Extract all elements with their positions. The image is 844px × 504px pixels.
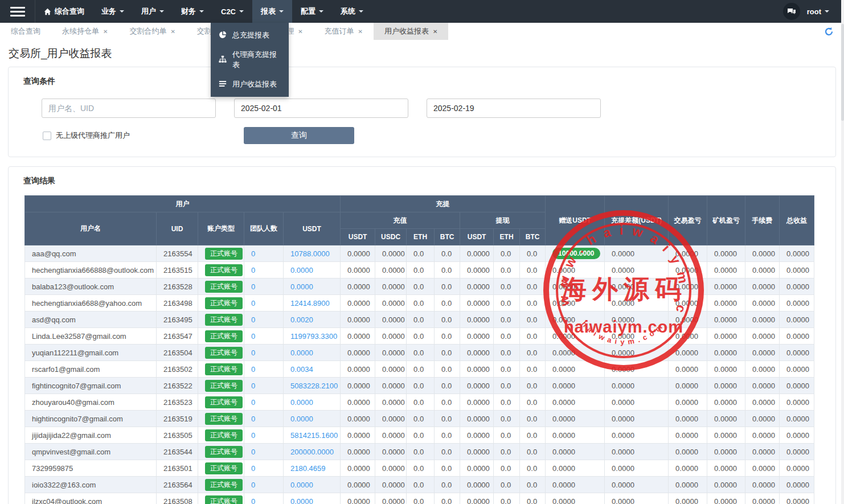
nav-item-dashboard[interactable]: 综合查询 [35, 0, 93, 23]
cell-username: aaa@qq.com [25, 245, 157, 262]
search-button[interactable]: 查询 [244, 127, 354, 144]
nav-menu: 综合查询业务用户财务C2C报表配置系统 [35, 0, 372, 23]
cell-gift-usdt: 0.0000 [546, 394, 605, 411]
cell-usdt-link[interactable]: 0.0000 [290, 349, 313, 357]
cell-usdt: 5083228.2100 [284, 378, 341, 394]
nav-item-reports[interactable]: 报表 [252, 0, 292, 23]
cell-miner-pnl: 0.0000 [707, 378, 745, 394]
cell-team-count-link[interactable]: 0 [251, 332, 255, 341]
cell-account-type: 正式账号 [198, 361, 244, 378]
cell-team-count-link[interactable]: 0 [251, 497, 255, 504]
user-menu[interactable]: root [807, 7, 829, 16]
tab-close-icon[interactable]: ✕ [358, 28, 363, 35]
date-to-input[interactable] [427, 99, 601, 118]
cell-trade-pnl: 0.0000 [669, 328, 707, 345]
chevron-down-icon [319, 10, 323, 15]
cell-gift-usdt: 0.0000 [546, 278, 605, 295]
cell-dep-btc: 0.0 [435, 477, 460, 493]
cell-usdt-link[interactable]: 10788.0000 [290, 249, 330, 258]
cell-gift-usdt: 0.0000 [546, 411, 605, 427]
cell-usdt-link[interactable]: 0.0000 [290, 398, 313, 407]
cell-team-count-link[interactable]: 0 [251, 249, 255, 258]
cell-wd-btc: 0.0 [520, 278, 546, 295]
cell-dep-usdc: 0.0000 [375, 295, 407, 312]
cell-wd-btc: 0.0 [520, 312, 546, 328]
cell-dep-btc: 0.0 [435, 312, 460, 328]
cell-wd-btc: 0.0 [520, 328, 546, 345]
refresh-button[interactable] [824, 23, 834, 40]
scrollbar-thumb[interactable] [841, 24, 844, 121]
cell-miner-pnl: 0.0000 [707, 411, 745, 427]
date-from-input[interactable] [234, 99, 408, 118]
nav-item-c2c[interactable]: C2C [212, 0, 252, 23]
cell-team-count-link[interactable]: 0 [251, 382, 255, 390]
cell-usdt-link[interactable]: 1199793.3300 [290, 332, 337, 341]
nav-item-users[interactable]: 用户 [133, 0, 173, 23]
cell-usdt-link[interactable]: 12414.8900 [290, 299, 330, 308]
cell-dep-eth: 0.0 [407, 328, 435, 345]
cell-team-count-link[interactable]: 0 [251, 431, 255, 440]
cell-usdt-link[interactable]: 200000.0000 [290, 448, 334, 456]
col-wd-usdt: USDT [460, 229, 494, 245]
cell-team-count-link[interactable]: 0 [251, 464, 255, 473]
cell-team-count-link[interactable]: 0 [251, 398, 255, 407]
cell-gift-usdt: 0.0000 [546, 312, 605, 328]
cell-team-count-link[interactable]: 0 [251, 282, 255, 291]
nav-item-label: 业务 [101, 6, 116, 17]
dropdown-item-user-income-report[interactable]: 用户收益报表 [211, 75, 289, 94]
cell-usdt-link[interactable]: 0.0020 [290, 315, 313, 324]
account-type-badge: 正式账号 [205, 495, 243, 504]
dropdown-item-total-deposit-withdraw-report[interactable]: 总充提报表 [211, 26, 289, 45]
tab-close-icon[interactable]: ✕ [433, 28, 437, 35]
cell-usdt-link[interactable]: 0.0000 [290, 415, 313, 423]
cell-team-count-link[interactable]: 0 [251, 481, 255, 489]
tab-close-icon[interactable]: ✕ [298, 28, 302, 35]
menu-toggle-button[interactable] [0, 0, 35, 23]
tab-close-icon[interactable]: ✕ [170, 28, 175, 35]
account-type-badge: 正式账号 [205, 297, 243, 309]
cell-team-count-link[interactable]: 0 [251, 448, 255, 456]
cell-team-count-link[interactable]: 0 [251, 266, 255, 274]
col-account-type: 账户类型 [198, 212, 244, 245]
cell-team-count-link[interactable]: 0 [251, 365, 255, 374]
cell-usdt-link[interactable]: 2180.4659 [290, 464, 325, 473]
cell-usdt-link[interactable]: 0.0000 [290, 282, 313, 291]
table-row: jlzxc04@outlook.com2163508正式账号00.00000.0… [25, 493, 814, 504]
nav-item-finance[interactable]: 财务 [173, 0, 212, 23]
tab-overview[interactable]: 综合查询 [0, 23, 51, 40]
nav-item-business[interactable]: 业务 [93, 0, 133, 23]
cell-usdt-link[interactable]: 0.0000 [290, 481, 313, 489]
dropdown-item-agent-deposit-withdraw-report[interactable]: 代理商充提报表 [211, 45, 289, 75]
cell-usdt-link[interactable]: 5814215.1600 [290, 431, 338, 440]
cell-fee: 0.0000 [745, 262, 780, 278]
nav-item-config[interactable]: 配置 [292, 0, 332, 23]
cell-team-count-link[interactable]: 0 [251, 415, 255, 423]
cell-total-income: 0.0000 [780, 444, 814, 460]
cell-team-count-link[interactable]: 0 [251, 315, 255, 324]
tab-delivery-contracts[interactable]: 交割合约单✕ [118, 23, 186, 40]
tab-close-icon[interactable]: ✕ [103, 28, 108, 35]
cell-usdt-link[interactable]: 0.0034 [290, 365, 313, 374]
keyword-input[interactable] [42, 99, 216, 118]
tab-deposit-orders[interactable]: 充值订单✕ [314, 23, 374, 40]
tab-perpetual-positions[interactable]: 永续持仓单✕ [51, 23, 118, 40]
cell-uid: 2163495 [157, 312, 198, 328]
scrollbar[interactable] [841, 0, 844, 504]
cell-usdt-link[interactable]: 5083228.2100 [290, 382, 338, 390]
messages-button[interactable] [783, 3, 800, 20]
cell-team-count-link[interactable]: 0 [251, 349, 255, 357]
cell-dep-btc: 0.0 [435, 411, 460, 427]
cell-wd-eth: 0.0 [494, 328, 520, 345]
cell-diff: 0.0000 [605, 262, 669, 278]
cell-dep-eth: 0.0 [407, 378, 435, 394]
results-table: 用户 充提 赠送USDT 充提差额(USDT) 交易盈亏 矿机盈亏 手续费 总收… [24, 195, 814, 504]
cell-team-count: 0 [244, 477, 284, 493]
tab-user-income-report[interactable]: 用户收益报表✕ [374, 23, 448, 40]
nav-item-system[interactable]: 系统 [332, 0, 372, 23]
cell-team-count-link[interactable]: 0 [251, 299, 255, 308]
no-agent-checkbox-group[interactable]: 无上级代理商推广用户 [43, 130, 130, 141]
cell-usdt: 1199793.3300 [284, 328, 341, 345]
cell-usdt-link[interactable]: 0.0000 [290, 497, 313, 504]
no-agent-checkbox[interactable] [43, 132, 51, 140]
cell-usdt-link[interactable]: 0.0000 [290, 266, 313, 274]
